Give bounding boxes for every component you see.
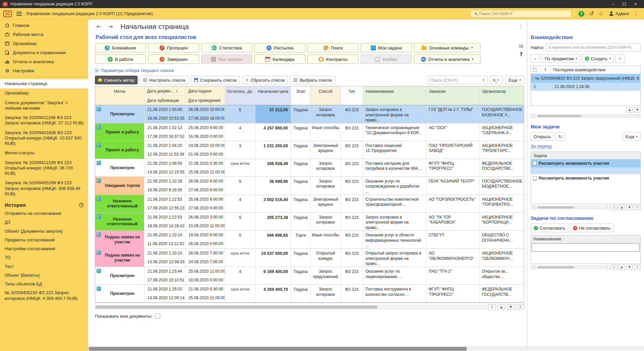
go-down-button[interactable] xyxy=(507,304,515,310)
approvals-focused-row[interactable] xyxy=(532,243,640,251)
last-interaction-column[interactable]: Последнее взаимодействие xyxy=(551,66,640,74)
by-subjects-button[interactable]: По предметам xyxy=(542,54,580,63)
row-name-cell[interactable]: Оказание услуг по сопровождению и дорабо… xyxy=(363,177,426,195)
configure-list-button[interactable]: Настроить список xyxy=(140,76,189,84)
1c-logo[interactable]: 1С xyxy=(3,10,12,17)
row-type-cell[interactable]: ФЗ 223 xyxy=(341,177,363,195)
table-hscrollbar[interactable] xyxy=(95,305,487,309)
go-bottom-button[interactable] xyxy=(516,304,524,310)
go-up-button[interactable] xyxy=(618,205,625,210)
user-name[interactable]: Админ xyxy=(615,11,629,16)
row-price-cell[interactable]: 205 273,38 xyxy=(255,213,291,231)
history-item[interactable]: Настройки согласования xyxy=(0,244,88,253)
history-clock-icon[interactable] xyxy=(79,202,84,208)
sidebar-nav-item[interactable]: Закупка: № 32009412199 ФЗ 223 Открытый к… xyxy=(0,158,88,179)
task-row[interactable]: Рассмотреть возможность участия xyxy=(531,159,640,174)
scroll-thumb[interactable] xyxy=(538,115,581,117)
row-organizer-cell[interactable]: ФЕДЕРАЛЬНОЕ ГОСУДАРСТВЕ... xyxy=(479,159,524,177)
sort-asc-icon[interactable] xyxy=(540,66,551,74)
choose-list-button[interactable]: Выбрать список xyxy=(290,76,335,84)
close-button[interactable] xyxy=(630,0,641,8)
go-bottom-button[interactable] xyxy=(634,205,641,210)
row-days-left-cell[interactable]: 5 xyxy=(225,231,255,248)
go-top-button[interactable] xyxy=(488,304,496,310)
header-menu-icon[interactable] xyxy=(633,11,638,16)
quick-button[interactable]: Ближайшие xyxy=(95,43,146,52)
favorites-icon[interactable] xyxy=(599,11,603,16)
row-organizer-cell[interactable]: ОБЩЕСТВО С ОГРАНИЧЕНН... xyxy=(479,231,524,248)
table-row[interactable]: Назначен ответственный 21.08.2020 1:22:5… xyxy=(95,195,524,213)
save-list-button[interactable]: Сохранить список xyxy=(191,76,240,84)
column-header-submit-date[interactable]: Дата подачи Дата проведения xyxy=(185,86,225,105)
interaction-row-selected[interactable]: № 32009408615 ФЗ 223 Запрос предложений … xyxy=(531,74,640,83)
interaction-row-detail[interactable]: 1 21.08.2020 1:24:35 xyxy=(531,83,640,91)
confirm-button[interactable] xyxy=(615,54,625,63)
column-header-customer[interactable]: Заказчик xyxy=(426,86,479,105)
row-price-cell[interactable]: 36 099,90 xyxy=(255,177,291,195)
row-type-cell[interactable]: ФЗ 223 xyxy=(341,105,363,123)
history-item[interactable]: ДЗ xyxy=(0,218,88,227)
go-top-button[interactable] xyxy=(611,265,617,270)
row-customer-cell[interactable]: ГУЗ "ДСП № 1 Г. ТУЛЫ" xyxy=(426,105,479,123)
tasks-more-button[interactable]: Еще xyxy=(622,132,641,141)
go-bottom-button[interactable] xyxy=(634,265,641,270)
create-button[interactable]: Создать xyxy=(582,54,614,63)
collapse-left-button[interactable] xyxy=(531,54,540,63)
row-method-cell[interactable]: Электронный аукцион xyxy=(311,141,341,159)
row-days-left-cell[interactable]: 4 xyxy=(225,267,255,284)
row-method-cell[interactable]: Иные способы xyxy=(311,231,341,248)
history-item[interactable]: Отправить на согласование xyxy=(0,209,88,218)
reject-button[interactable]: Не согласовать xyxy=(570,224,614,232)
row-organizer-cell[interactable]: АКЦИОНЕРНОЕ "ПРОЛЕТАРС... xyxy=(479,141,524,159)
row-type-cell[interactable]: ФЗ 223 xyxy=(341,231,363,248)
row-customer-cell[interactable]: АО "ОСК" xyxy=(426,123,479,141)
scroll-left-button[interactable] xyxy=(531,205,536,209)
scroll-thumb[interactable] xyxy=(96,306,377,309)
history-item[interactable]: Объект [Документы закупок] xyxy=(0,227,88,236)
row-label-cell[interactable]: Просмотрен xyxy=(95,285,144,302)
row-type-cell[interactable]: ФЗ 223 xyxy=(341,159,363,177)
update-notification-icon[interactable] xyxy=(578,11,584,17)
sidebar-nav-item[interactable]: Закупка: № 32009405299 ФЗ 223 Запрос кот… xyxy=(0,178,88,199)
table-row[interactable]: Принят в работу 21.08.2020 1:02:13 17.08… xyxy=(95,123,524,141)
more-button[interactable]: Еще xyxy=(505,76,524,84)
row-type-cell[interactable]: ФЗ 223 xyxy=(341,249,363,267)
row-days-left-cell[interactable]: срок истек xyxy=(225,249,255,267)
quick-button[interactable]: Поиск xyxy=(308,43,359,52)
column-header-stage[interactable]: Этап xyxy=(291,86,311,105)
history-item[interactable]: Предметы согласований xyxy=(0,236,88,244)
open-task-button[interactable]: Открыть xyxy=(531,132,554,141)
go-down-button[interactable] xyxy=(626,265,633,270)
table-row[interactable]: Ожидание торгов 21.08.2020 1:22:26 18.08… xyxy=(95,177,524,195)
hscrollbar[interactable] xyxy=(537,266,603,269)
quick-button[interactable]: Мои задачи xyxy=(361,43,412,52)
scroll-left-button[interactable] xyxy=(531,265,536,269)
hscrollbar[interactable] xyxy=(537,114,634,118)
row-customer-cell[interactable]: ПАО "ТГК-2" xyxy=(426,267,479,284)
row-doc-dates-cell[interactable]: 21.08.2020 1:23:44 17.08.2020 15:10:51 xyxy=(144,267,185,284)
table-row[interactable]: Подана заявка на участие 21.08.2020 1:23… xyxy=(95,249,524,267)
row-stage-cell[interactable]: Торги xyxy=(291,231,311,248)
row-doc-dates-cell[interactable]: 21.08.2020 1:25:02 14.08.2020 12:09:14 xyxy=(144,285,185,302)
row-submit-dates-cell[interactable]: 26.08.2020 9:00:00 27.08.2020 9:00:00 xyxy=(185,177,225,195)
row-name-cell[interactable]: Поставка заглушек для патрубков в количе… xyxy=(363,159,426,177)
row-organizer-cell[interactable]: АКЦИОНЕРНОЕ "ОБЛКОММУН... xyxy=(479,249,524,267)
scroll-right-button[interactable] xyxy=(604,205,610,209)
row-doc-dates-cell[interactable]: 21.08.2020 1:04:20 12.08.2020 11:53:39 xyxy=(144,141,185,159)
row-organizer-cell[interactable]: ГОСУДАРСТВЕННОЕ КАЗЕННОЕ У... xyxy=(479,105,524,123)
filter-params-link[interactable]: Параметры отбора текущего списка xyxy=(101,68,174,73)
row-stage-cell[interactable]: Подача xyxy=(291,105,311,123)
row-doc-dates-cell[interactable]: 21.08.2020 1:06:50 14.08.2020 12:15:55 xyxy=(144,159,185,177)
row-days-left-cell[interactable]: срок истек xyxy=(225,285,255,302)
row-doc-dates-cell[interactable]: 21.08.2020 1:23:10 11.08.2020 13:12:52 xyxy=(144,231,185,248)
row-price-cell[interactable]: 37 212,00 xyxy=(255,105,291,123)
history-item[interactable]: Объект [Валюты] xyxy=(0,271,88,280)
period-link[interactable]: За период xyxy=(531,144,551,149)
history-icon[interactable] xyxy=(589,11,594,16)
row-days-left-cell[interactable]: 5 xyxy=(225,213,255,231)
row-customer-cell[interactable]: АО "УК ТОР "ХАБАРОВСК" xyxy=(426,213,479,231)
sidebar-item-organizer[interactable]: Органайзер xyxy=(0,39,88,48)
row-name-cell[interactable]: Строительство комплектной трансформаторн… xyxy=(363,195,426,212)
row-organizer-cell[interactable]: ФЕДЕРАЛЬНОЕ ГОСУДАРСТВ... xyxy=(479,285,524,302)
row-type-cell[interactable]: ФЗ 223 xyxy=(341,123,363,141)
